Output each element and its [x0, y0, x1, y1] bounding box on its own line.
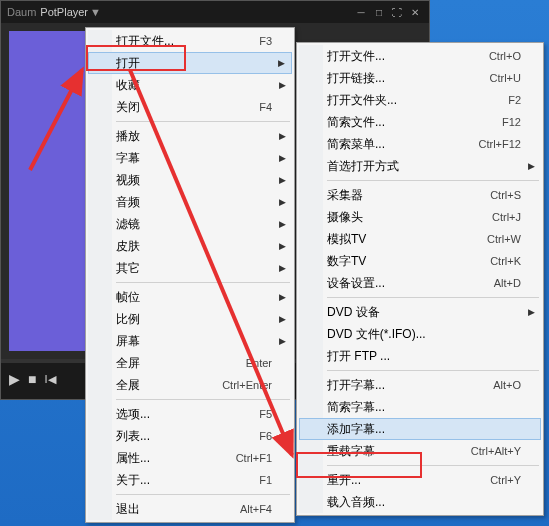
menu-item[interactable]: 重开...Ctrl+Y — [299, 469, 541, 491]
menu-item-label: 打开文件... — [327, 48, 489, 65]
menu-item[interactable]: 关闭F4 — [88, 96, 292, 118]
submenu-arrow-icon: ▶ — [279, 336, 286, 346]
menu-item[interactable]: 添加字幕... — [299, 418, 541, 440]
menu-item-shortcut: F5 — [259, 408, 272, 420]
menu-item-label: 打开 FTP ... — [327, 348, 521, 365]
menu-item-shortcut: Alt+O — [493, 379, 521, 391]
menu-item-label: 简索字幕... — [327, 399, 521, 416]
menu-separator — [327, 465, 539, 466]
title-dropdown-icon[interactable]: ▼ — [90, 6, 101, 18]
menu-item-shortcut: F1 — [259, 474, 272, 486]
submenu-arrow-icon: ▶ — [528, 161, 535, 171]
menu-item[interactable]: 关于...F1 — [88, 469, 292, 491]
menu-item[interactable]: 数字TVCtrl+K — [299, 250, 541, 272]
menu-item[interactable]: 模拟TVCtrl+W — [299, 228, 541, 250]
menu-item[interactable]: 摄像头Ctrl+J — [299, 206, 541, 228]
menu-item[interactable]: 全屏Enter — [88, 352, 292, 374]
submenu-arrow-icon: ▶ — [279, 219, 286, 229]
menu-item-label: 选项... — [116, 406, 259, 423]
menu-item[interactable]: 打开文件...F3 — [88, 30, 292, 52]
menu-separator — [327, 297, 539, 298]
menu-item-label: 重载字幕 — [327, 443, 471, 460]
menu-item[interactable]: 打开链接...Ctrl+U — [299, 67, 541, 89]
menu-item-label: 帧位 — [116, 289, 272, 306]
prev-button[interactable]: I◀ — [44, 373, 55, 386]
menu-item[interactable]: 首选打开方式▶ — [299, 155, 541, 177]
menu-separator — [116, 282, 290, 283]
menu-item[interactable]: 打开字幕...Alt+O — [299, 374, 541, 396]
menu-item-shortcut: Ctrl+F1 — [236, 452, 272, 464]
menu-item-label: 添加字幕... — [327, 421, 521, 438]
main-context-menu: 打开文件...F3打开▶收藏▶关闭F4播放▶字幕▶视频▶音频▶滤镜▶皮肤▶其它▶… — [85, 27, 295, 523]
menu-item[interactable]: 打开文件夹...F2 — [299, 89, 541, 111]
menu-item[interactable]: 设备设置...Alt+D — [299, 272, 541, 294]
menu-item-label: 属性... — [116, 450, 236, 467]
menu-item-shortcut: F4 — [259, 101, 272, 113]
titlebar[interactable]: Daum PotPlayer ▼ ─ □ ⛶ ✕ — [1, 1, 429, 23]
menu-item[interactable]: 收藏▶ — [88, 74, 292, 96]
menu-item[interactable]: 播放▶ — [88, 125, 292, 147]
menu-item[interactable]: 视频▶ — [88, 169, 292, 191]
menu-item-shortcut: Ctrl+U — [490, 72, 521, 84]
menu-item[interactable]: 全展Ctrl+Enter — [88, 374, 292, 396]
submenu-arrow-icon: ▶ — [279, 197, 286, 207]
menu-item[interactable]: 载入音频... — [299, 491, 541, 513]
menu-item[interactable]: 其它▶ — [88, 257, 292, 279]
stop-button[interactable]: ■ — [28, 371, 36, 387]
menu-item[interactable]: 打开 FTP ... — [299, 345, 541, 367]
menu-item[interactable]: 属性...Ctrl+F1 — [88, 447, 292, 469]
open-submenu: 打开文件...Ctrl+O打开链接...Ctrl+U打开文件夹...F2简索文件… — [296, 42, 544, 516]
menu-item-shortcut: Alt+F4 — [240, 503, 272, 515]
menu-item-label: 视频 — [116, 172, 272, 189]
menu-item-label: 数字TV — [327, 253, 490, 270]
menu-item[interactable]: 帧位▶ — [88, 286, 292, 308]
menu-item-label: 列表... — [116, 428, 259, 445]
menu-item[interactable]: 滤镜▶ — [88, 213, 292, 235]
menu-item-shortcut: Ctrl+O — [489, 50, 521, 62]
menu-item[interactable]: 退出Alt+F4 — [88, 498, 292, 520]
menu-item[interactable]: 重载字幕Ctrl+Alt+Y — [299, 440, 541, 462]
menu-item-shortcut: F6 — [259, 430, 272, 442]
maximize-button[interactable]: □ — [371, 5, 387, 19]
menu-item-label: 打开文件... — [116, 33, 259, 50]
menu-item[interactable]: 采集器Ctrl+S — [299, 184, 541, 206]
menu-item[interactable]: 字幕▶ — [88, 147, 292, 169]
menu-item[interactable]: 简索文件...F12 — [299, 111, 541, 133]
menu-item[interactable]: 皮肤▶ — [88, 235, 292, 257]
menu-item[interactable]: 简索菜单...Ctrl+F12 — [299, 133, 541, 155]
submenu-arrow-icon: ▶ — [279, 292, 286, 302]
menu-item[interactable]: 选项...F5 — [88, 403, 292, 425]
submenu-arrow-icon: ▶ — [279, 153, 286, 163]
menu-item[interactable]: 比例▶ — [88, 308, 292, 330]
menu-item-shortcut: F12 — [502, 116, 521, 128]
menu-item[interactable]: 打开文件...Ctrl+O — [299, 45, 541, 67]
menu-item[interactable]: DVD 文件(*.IFO)... — [299, 323, 541, 345]
submenu-arrow-icon: ▶ — [279, 263, 286, 273]
menu-item[interactable]: 音频▶ — [88, 191, 292, 213]
menu-item[interactable]: DVD 设备▶ — [299, 301, 541, 323]
menu-separator — [116, 494, 290, 495]
menu-item-label: 打开链接... — [327, 70, 490, 87]
menu-item[interactable]: 列表...F6 — [88, 425, 292, 447]
menu-item[interactable]: 简索字幕... — [299, 396, 541, 418]
menu-item-label: 全展 — [116, 377, 222, 394]
menu-item-label: 全屏 — [116, 355, 246, 372]
menu-item[interactable]: 屏幕▶ — [88, 330, 292, 352]
menu-item-shortcut: Ctrl+Y — [490, 474, 521, 486]
menu-item[interactable]: 打开▶ — [88, 52, 292, 74]
menu-item-shortcut: Ctrl+Alt+Y — [471, 445, 521, 457]
menu-item-shortcut: Ctrl+F12 — [479, 138, 522, 150]
menu-separator — [327, 370, 539, 371]
menu-item-label: 皮肤 — [116, 238, 272, 255]
menu-separator — [327, 180, 539, 181]
menu-item-label: 简索菜单... — [327, 136, 479, 153]
menu-item-shortcut: Ctrl+K — [490, 255, 521, 267]
submenu-arrow-icon: ▶ — [278, 58, 285, 68]
menu-item-label: 其它 — [116, 260, 272, 277]
menu-item-shortcut: Ctrl+J — [492, 211, 521, 223]
fullscreen-button[interactable]: ⛶ — [389, 5, 405, 19]
play-button[interactable]: ▶ — [9, 371, 20, 387]
close-button[interactable]: ✕ — [407, 5, 423, 19]
menu-item-label: 打开文件夹... — [327, 92, 508, 109]
minimize-button[interactable]: ─ — [353, 5, 369, 19]
